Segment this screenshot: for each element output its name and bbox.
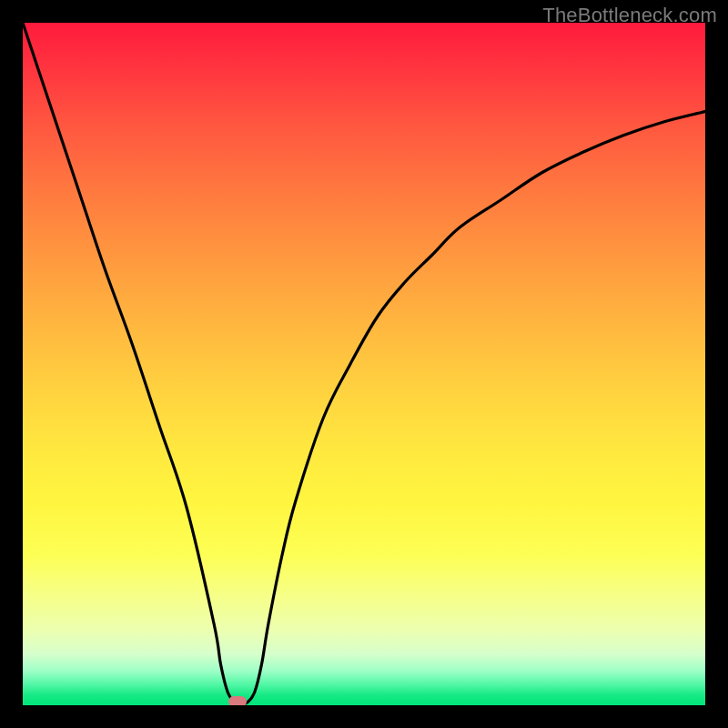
optimal-marker bbox=[228, 696, 247, 706]
bottleneck-curve bbox=[23, 23, 705, 705]
plot-area bbox=[23, 23, 705, 705]
watermark-text: TheBottleneck.com bbox=[542, 4, 717, 27]
chart-frame: TheBottleneck.com bbox=[0, 0, 728, 728]
